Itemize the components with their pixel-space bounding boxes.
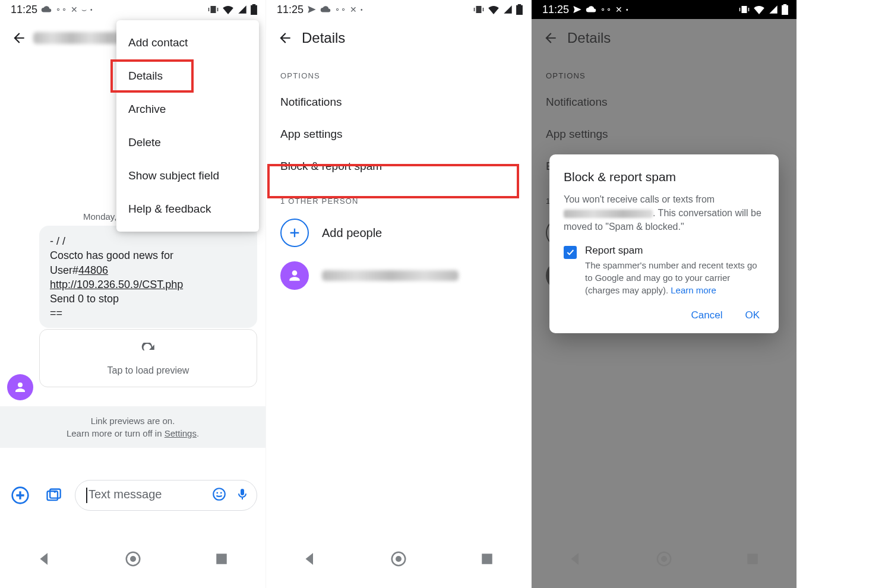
scissors-icon: ✕	[615, 5, 622, 14]
notice-line-2: Learn more or turn off in Settings.	[6, 427, 260, 440]
emoji-button[interactable]	[211, 486, 227, 504]
wifi-icon	[753, 5, 765, 14]
text-cursor	[86, 488, 87, 503]
dialog-body: You won't receive calls or texts from . …	[564, 192, 764, 234]
dialog-actions: Cancel OK	[564, 309, 764, 324]
person-icon	[13, 380, 27, 394]
add-attachment-button[interactable]	[8, 483, 32, 507]
msg-line-3: User#44806	[50, 263, 246, 277]
add-people-button[interactable]: Add people	[266, 211, 531, 254]
nav-bar	[0, 544, 266, 574]
dialog-title: Block & report spam	[564, 170, 764, 184]
dot-icon: •	[626, 7, 628, 13]
person-icon	[287, 268, 302, 283]
cancel-button[interactable]: Cancel	[691, 309, 723, 321]
nav-recent[interactable]	[478, 550, 496, 568]
learn-more-link[interactable]: Learn more	[671, 285, 716, 295]
message-bubble[interactable]: - / / Coscto has good news for User#4480…	[39, 226, 257, 328]
compose-row: Text message	[0, 480, 266, 511]
vibrate-icon	[739, 4, 750, 15]
cell-icon	[769, 5, 778, 14]
voicemail-icon: ⚬⚬	[334, 5, 346, 14]
compose-placeholder: Text message	[88, 488, 162, 501]
back-button[interactable]	[5, 24, 33, 52]
link-preview-card[interactable]: Tap to load preview	[39, 329, 257, 387]
gallery-button[interactable]	[42, 483, 65, 507]
vibrate-icon	[208, 4, 219, 15]
back-arrow-icon	[277, 30, 293, 46]
cell-icon	[238, 5, 247, 14]
back-button[interactable]	[271, 24, 299, 52]
svg-point-6	[220, 492, 222, 494]
checkbox-checked[interactable]	[564, 246, 577, 259]
status-time: 11:25	[11, 4, 37, 16]
dot-icon: •	[90, 7, 93, 13]
add-people-label: Add people	[322, 226, 382, 240]
menu-details[interactable]: Details	[116, 59, 259, 93]
svg-point-9	[130, 556, 136, 562]
checkbox-label: Report spam	[585, 245, 764, 257]
menu-delete[interactable]: Delete	[116, 126, 259, 159]
screen-details: 11:25 ⚬⚬ ✕ • Details OPTIONS Notificatio…	[266, 0, 531, 588]
status-bar: 11:25 ⚬⚬ ✕ •	[266, 0, 531, 19]
page-title: Details	[302, 30, 345, 46]
nav-back[interactable]	[36, 550, 53, 568]
msg-link[interactable]: http://109.236.50.9/CST.php	[50, 277, 246, 292]
status-time: 11:25	[542, 4, 569, 16]
voicemail-icon: ⚬⚬	[55, 5, 67, 14]
battery-icon	[516, 4, 523, 15]
status-bar: 11:25 ⚬⚬ ✕ ⌣ •	[0, 0, 266, 19]
nav-home[interactable]	[124, 550, 142, 568]
svg-point-12	[396, 556, 402, 562]
overflow-menu: Add contact Details Archive Delete Show …	[116, 20, 259, 232]
svg-point-4	[213, 488, 225, 500]
gallery-icon	[45, 487, 62, 504]
contact-name-redacted	[33, 32, 128, 44]
option-block-spam[interactable]: Block & report spam	[266, 150, 531, 182]
svg-point-3	[54, 491, 56, 493]
mic-button[interactable]	[235, 486, 249, 504]
check-icon	[565, 248, 575, 257]
menu-archive[interactable]: Archive	[116, 93, 259, 126]
link-preview-notice: Link previews are on. Learn more or turn…	[0, 406, 266, 448]
plus-circle-icon	[280, 219, 309, 247]
menu-add-contact[interactable]: Add contact	[116, 26, 259, 59]
svg-rect-10	[216, 554, 227, 564]
sender-avatar[interactable]	[7, 374, 33, 400]
option-notifications[interactable]: Notifications	[266, 86, 531, 118]
ok-button[interactable]: OK	[745, 309, 760, 321]
mic-icon	[235, 486, 249, 502]
screen-block-dialog: 11:25 ⚬⚬ ✕ • Details OPTIONS Notificatio…	[531, 0, 796, 588]
notice-line-1: Link previews are on.	[6, 415, 260, 427]
nav-bar	[266, 544, 531, 574]
scissors-icon: ✕	[71, 5, 78, 14]
preview-label: Tap to load preview	[46, 365, 251, 376]
option-app-settings[interactable]: App settings	[266, 118, 531, 150]
menu-show-subject[interactable]: Show subject field	[116, 159, 259, 192]
block-dialog: Block & report spam You won't receive ca…	[549, 154, 779, 333]
svg-rect-2	[50, 489, 61, 498]
battery-icon	[782, 4, 788, 15]
person-name-redacted	[322, 270, 459, 281]
more-notif-icon: ⌣	[81, 5, 87, 15]
msg-line-2: Coscto has good news for	[50, 248, 246, 263]
wifi-icon	[222, 5, 234, 14]
svg-rect-7	[241, 489, 244, 495]
checkbox-desc: The spammer's number and recent texts go…	[585, 259, 764, 296]
status-time: 11:25	[277, 4, 304, 16]
send-icon	[573, 5, 582, 14]
nav-recent[interactable]	[213, 550, 230, 568]
nav-back[interactable]	[301, 550, 319, 568]
nav-home[interactable]	[390, 550, 407, 568]
msg-line-5: Send 0 to stop	[50, 292, 246, 306]
person-row[interactable]	[266, 254, 531, 297]
menu-help[interactable]: Help & feedback	[116, 192, 259, 226]
settings-link[interactable]: Settings	[165, 428, 197, 438]
redacted-number	[564, 210, 653, 218]
report-spam-checkbox-row[interactable]: Report spam The spammer's number and rec…	[564, 245, 764, 296]
compose-input[interactable]: Text message	[75, 480, 257, 511]
plus-circle-icon	[11, 486, 30, 505]
send-icon	[307, 5, 317, 14]
dot-icon: •	[361, 7, 363, 13]
person-avatar	[280, 261, 309, 290]
